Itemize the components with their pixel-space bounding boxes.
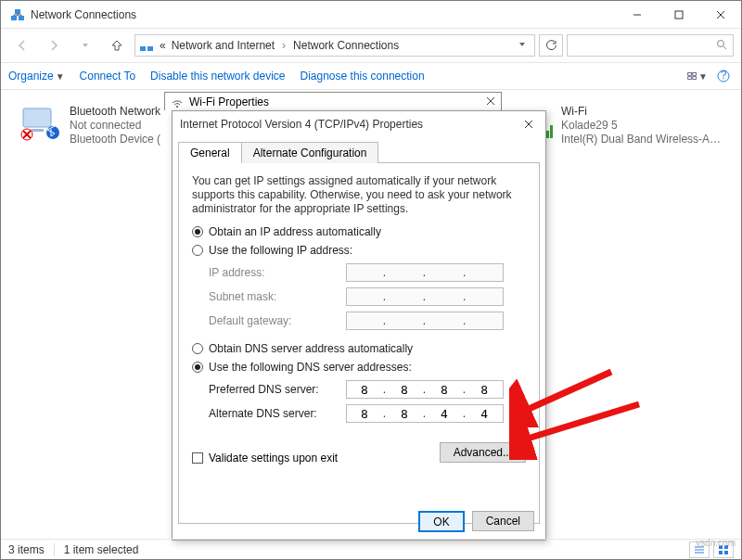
navbar: « Network and Internet › Network Connect… xyxy=(1,29,741,62)
radio-icon xyxy=(192,226,203,237)
window-title: Network Connections xyxy=(31,8,136,21)
ipv4-dialog-titlebar: Internet Protocol Version 4 (TCP/IPv4) P… xyxy=(173,111,545,137)
svg-rect-17 xyxy=(23,108,51,127)
search-input[interactable] xyxy=(567,34,734,57)
label-preferred-dns: Preferred DNS server: xyxy=(209,383,339,396)
diagnose-button[interactable]: Diagnose this connection xyxy=(301,70,425,83)
maximize-button[interactable] xyxy=(658,1,699,28)
up-button[interactable] xyxy=(103,32,131,59)
close-button[interactable] xyxy=(699,1,741,28)
radio-use-following-ip[interactable]: Use the following IP address: xyxy=(192,244,526,257)
watermark: vsdn.com xyxy=(696,538,736,548)
search-icon xyxy=(716,39,727,53)
svg-rect-24 xyxy=(550,125,553,138)
radio-icon xyxy=(192,343,203,354)
bluetooth-connection-icon xyxy=(18,105,62,142)
connect-to-button[interactable]: Connect To xyxy=(80,70,136,83)
cancel-button[interactable]: Cancel xyxy=(472,511,534,531)
radio-icon xyxy=(192,362,203,373)
label-subnet-mask: Subnet mask: xyxy=(209,290,339,303)
tab-alternate-configuration[interactable]: Alternate Configuration xyxy=(241,142,379,163)
ok-button[interactable]: OK xyxy=(418,511,464,532)
connection-wifi-text: Wi-Fi Kolade29 5 Intel(R) Dual Band Wire… xyxy=(561,105,728,146)
svg-rect-11 xyxy=(688,72,692,75)
svg-rect-23 xyxy=(546,131,549,138)
label-ip-address: IP address: xyxy=(209,266,339,279)
wifi-icon xyxy=(171,95,184,108)
svg-rect-13 xyxy=(688,77,692,80)
back-button[interactable] xyxy=(8,32,36,59)
svg-rect-8 xyxy=(147,46,153,51)
titlebar: Network Connections xyxy=(1,1,741,29)
ipv4-tab-body: You can get IP settings assigned automat… xyxy=(178,162,540,524)
svg-point-25 xyxy=(176,106,178,108)
svg-rect-18 xyxy=(31,129,44,132)
view-options-button[interactable]: ▼ xyxy=(687,66,708,86)
ipv4-dialog-close-button[interactable] xyxy=(519,115,538,134)
wifi-dialog-title: Wi-Fi Properties xyxy=(189,95,269,108)
svg-rect-14 xyxy=(693,77,697,80)
ipv4-description: You can get IP settings assigned automat… xyxy=(192,174,526,216)
checkbox-validate-on-exit[interactable]: Validate settings upon exit xyxy=(192,452,338,465)
organize-menu[interactable]: Organize▼ xyxy=(8,70,65,83)
disable-device-button[interactable]: Disable this network device xyxy=(150,70,285,83)
svg-line-10 xyxy=(723,46,726,49)
tab-general[interactable]: General xyxy=(178,142,242,163)
input-alternate-dns[interactable]: 8. 8. 4. 4 xyxy=(346,404,504,423)
refresh-button[interactable] xyxy=(539,34,563,57)
connection-name: Wi-Fi xyxy=(561,105,728,119)
radio-obtain-ip-auto[interactable]: Obtain an IP address automatically xyxy=(192,225,526,238)
forward-button[interactable] xyxy=(40,32,68,59)
address-dropdown[interactable] xyxy=(514,39,531,52)
network-icon xyxy=(139,38,154,53)
svg-rect-38 xyxy=(724,551,728,554)
wifi-properties-dialog: Wi-Fi Properties xyxy=(164,92,502,110)
connection-device: Intel(R) Dual Band Wireless-AC 82… xyxy=(561,133,728,146)
advanced-button[interactable]: Advanced... xyxy=(440,442,526,463)
input-default-gateway: ... xyxy=(346,312,504,330)
svg-rect-0 xyxy=(11,16,17,20)
ipv4-tabs: General Alternate Configuration xyxy=(173,137,545,162)
label-default-gateway: Default gateway: xyxy=(209,314,339,327)
svg-rect-2 xyxy=(15,9,20,14)
svg-rect-12 xyxy=(693,72,697,75)
wifi-dialog-close-button[interactable] xyxy=(486,95,495,108)
address-bar[interactable]: « Network and Internet › Network Connect… xyxy=(134,34,535,57)
input-subnet-mask: ... xyxy=(346,287,504,306)
breadcrumb-ellipsis[interactable]: « xyxy=(160,39,166,52)
status-item-count: 3 items xyxy=(8,543,45,556)
ipv4-dialog-title: Internet Protocol Version 4 (TCP/IPv4) P… xyxy=(180,118,423,131)
label-alternate-dns: Alternate DNS server: xyxy=(209,407,339,420)
input-ip-address: ... xyxy=(346,263,504,282)
connection-wifi[interactable]: Wi-Fi Kolade29 5 Intel(R) Dual Band Wire… xyxy=(543,101,728,150)
wifi-connection-icon xyxy=(546,105,554,142)
chevron-right-icon: › xyxy=(282,39,286,52)
breadcrumb-seg1[interactable]: Network and Internet xyxy=(172,39,275,52)
svg-point-9 xyxy=(718,40,724,46)
svg-text:?: ? xyxy=(721,70,727,82)
network-icon xyxy=(10,7,25,22)
status-separator xyxy=(54,543,55,556)
svg-rect-1 xyxy=(19,16,24,20)
svg-rect-4 xyxy=(675,11,683,19)
radio-obtain-dns-auto[interactable]: Obtain DNS server address automatically xyxy=(192,342,526,355)
command-bar: Organize▼ Connect To Disable this networ… xyxy=(1,62,741,90)
status-selection: 1 item selected xyxy=(64,543,139,556)
radio-use-following-dns[interactable]: Use the following DNS server addresses: xyxy=(192,361,526,374)
recent-locations-dropdown[interactable] xyxy=(71,32,99,59)
input-preferred-dns[interactable]: 8. 8. 8. 8 xyxy=(346,380,504,399)
window-controls xyxy=(616,1,741,28)
breadcrumb-seg2[interactable]: Network Connections xyxy=(293,39,399,52)
radio-icon xyxy=(192,245,203,256)
svg-rect-37 xyxy=(719,551,723,554)
minimize-button[interactable] xyxy=(616,1,658,28)
help-button[interactable]: ? xyxy=(713,66,734,86)
status-bar: 3 items 1 item selected xyxy=(1,539,741,559)
connection-status: Kolade29 5 xyxy=(561,119,728,133)
ipv4-properties-dialog: Internet Protocol Version 4 (TCP/IPv4) P… xyxy=(172,110,546,541)
checkbox-icon xyxy=(192,452,203,464)
svg-rect-7 xyxy=(140,46,146,51)
